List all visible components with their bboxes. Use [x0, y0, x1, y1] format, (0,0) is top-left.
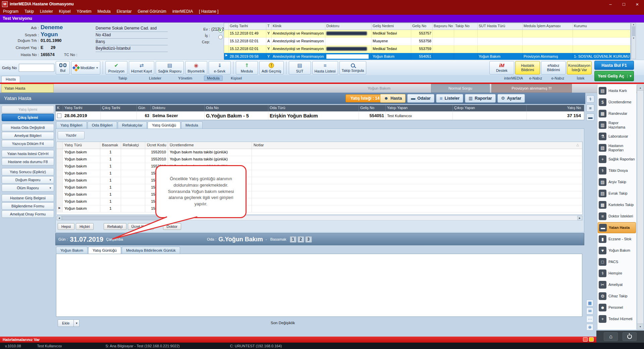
filter-hepsi[interactable]: Hepsi: [58, 223, 74, 230]
journal-col-refakatçi[interactable]: Refakatçi: [121, 142, 145, 149]
journal-row[interactable]: ▶Yoğun bakım11552010Yoğun bakım hasta ta…: [57, 205, 582, 212]
stay-col-yatış-tarihi[interactable]: Yatış Tarihi: [63, 105, 101, 111]
right-panel-item-sağlık-raporları[interactable]: +Sağlık Raporları: [598, 154, 636, 165]
sidebar-item-hastane-oda-durumu-f8[interactable]: Hastane oda durumu F8: [2, 158, 54, 165]
minimize-button[interactable]: –: [604, 0, 617, 8]
biyometrik-button[interactable]: ◉Biyometrik: [185, 61, 207, 74]
chevron-down-icon[interactable]: ▼: [627, 74, 634, 78]
tab-yoğun-bakım[interactable]: Yoğun Bakım: [56, 247, 88, 254]
tab-oda-bilgileri[interactable]: Oda Bilgileri: [88, 121, 117, 129]
sidebar-item-yatış-sonucu-epikriz[interactable]: Yatış Sonucu (Epikriz): [2, 168, 54, 176]
journal-row[interactable]: Yoğun bakım11552010Yoğun bakım hasta tak…: [57, 198, 582, 205]
adli-geçmiş-button[interactable]: !Adli Geçmiş: [259, 61, 284, 74]
stay-col-oda-no[interactable]: Oda No: [205, 105, 268, 111]
maximize-button[interactable]: □: [617, 0, 631, 8]
radio-unselected[interactable]: [218, 35, 223, 39]
ekle-button[interactable]: Ekle ▼: [58, 319, 79, 327]
right-panel-item-personel[interactable]: ☻Personel: [598, 302, 636, 313]
power-button[interactable]: [623, 332, 637, 341]
radio-selected[interactable]: [218, 28, 223, 33]
category-takip[interactable]: Takip: [118, 76, 127, 80]
listeler-view-button[interactable]: ≡Listeler: [436, 94, 463, 103]
journal-row[interactable]: Yoğun bakım11552010Yoğun bakım hasta tak…: [57, 156, 582, 163]
right-panel-item-eczane-stok[interactable]: ▮Eczane - Stok: [598, 234, 636, 245]
tab-yatış-günlüğü[interactable]: Yatış Günlüğü: [88, 247, 121, 254]
stay-col-oda-türü[interactable]: Oda Türü: [268, 105, 359, 111]
menu-listeler[interactable]: Listeler: [37, 9, 56, 14]
basamak-option-1[interactable]: 1: [290, 236, 297, 243]
menu-medula[interactable]: Medula: [94, 9, 113, 14]
tab-yatış-günlüğü[interactable]: Yatış Günlüğü: [148, 121, 180, 129]
e-sevk-button[interactable]: ⇓e-Sevk: [209, 61, 231, 74]
right-panel-item-arşiv-takip[interactable]: ▨Arşiv Takip: [598, 177, 636, 188]
basamak-option-2[interactable]: 2: [298, 236, 304, 243]
journal-row[interactable]: Yoğun bakım11552010Yoğun bakım hasta tak…: [57, 191, 582, 198]
sağlık-raporu-button[interactable]: ▤Sağlık Raporu: [156, 61, 184, 74]
tab-refakatçılar[interactable]: Refakatçılar: [118, 121, 147, 129]
sidebar-item-çıkış-i-şlemi[interactable]: Çıkış İşlemi: [2, 114, 54, 121]
tab-yatan-hasta[interactable]: Yatan Hasta: [1, 84, 54, 93]
journal-col-ücretlendirme[interactable]: Ücretlendirme: [168, 142, 252, 149]
tab-hasta[interactable]: Hasta: [1, 76, 20, 83]
menu-intermedia[interactable]: interMEDIA: [169, 9, 196, 14]
scroll-up-icon[interactable]: ▲: [633, 23, 635, 26]
admissions-row[interactable]: 15.12.2018 01:49YAnesteziyoloji ve Reani…: [224, 30, 630, 38]
category-medula[interactable]: Medula: [204, 76, 223, 81]
right-panel-item-hasta-kartı[interactable]: ▤Hasta Kartı: [598, 85, 636, 96]
right-panel-item-ameliyat[interactable]: ✂Ameliyat: [598, 279, 636, 290]
right-panel-item-cihaz-takip[interactable]: ⚙Cihaz Takip: [598, 291, 636, 302]
admissions-col-geliş-tarihi[interactable]: Geliş Tarihi: [229, 23, 266, 30]
stay-row[interactable]: 28.06.201963Selma SezerG.Yoğun Bakım - 5…: [56, 111, 584, 120]
sidebar-item-hasta-oda-değiştirdi[interactable]: Hasta Oda Değiştirdi: [2, 124, 54, 131]
provizyon-button[interactable]: ✔Provizyon: [105, 61, 127, 74]
right-panel-scrollbar[interactable]: ▲ ▼: [637, 85, 644, 330]
scroll-left-icon[interactable]: ◀: [57, 216, 62, 220]
journal-row[interactable]: Yoğun bakım11552010Yoğun bakım hasta tak…: [57, 163, 582, 170]
close-button[interactable]: ×: [631, 0, 644, 8]
right-panel-item-rapor-hazırlama[interactable]: ▥Rapor Hazırlama: [598, 119, 636, 131]
menu-program[interactable]: Program: [0, 9, 21, 14]
globe-icon[interactable]: ⊕: [586, 324, 593, 331]
apps-grid-icon[interactable]: ▦: [586, 300, 593, 306]
hasta-bul-button[interactable]: Hasta Bul F1: [594, 61, 634, 70]
basamak-option-3[interactable]: 3: [305, 236, 312, 243]
medula-button[interactable]: ⇑Medula: [236, 61, 258, 74]
right-panel-item-pacs[interactable]: □PACS: [598, 256, 636, 267]
menu-yönetim[interactable]: Yönetim: [73, 9, 94, 14]
reminder-red-button[interactable]: [583, 337, 588, 342]
sidebar-item-ameliyat-bilgileri[interactable]: Ameliyat Bilgileri: [2, 132, 54, 139]
admissions-col-sut-hasta-türü[interactable]: SUT Hasta Türü: [478, 23, 523, 30]
tab-yatış-bilgileri[interactable]: Yatış Bilgileri: [56, 121, 87, 129]
journal-entry-area[interactable]: [56, 254, 582, 317]
hasta-listesi-button[interactable]: ≡Hasta Listesi: [312, 61, 338, 74]
orders-list-icon[interactable]: ≡: [586, 104, 594, 112]
journal-row[interactable]: Yoğun bakım11552010Yoğun bakım hasta tak…: [57, 184, 582, 191]
right-panel-item-hastanın-raporları[interactable]: ▧Hastanın Raporları: [598, 142, 636, 153]
stay-col-k[interactable]: K: [56, 105, 63, 111]
bul-button[interactable]: Bul: [56, 61, 70, 74]
admissions-col-medula-i-şlem-aşaması[interactable]: Medula İşlem Aşaması: [523, 23, 573, 30]
admissions-col-takip-no[interactable]: Takip No: [454, 23, 478, 30]
menu-kişisel[interactable]: Kişisel: [56, 9, 74, 14]
hizmet-kayıt-button[interactable]: ⇄Hizmet Kayıt: [129, 61, 154, 74]
menu-hastane[interactable]: [ Hastane ]: [196, 9, 221, 14]
scroll-up-icon[interactable]: ▲: [637, 85, 643, 91]
category-listeler[interactable]: Listeler: [149, 76, 161, 80]
admissions-row[interactable]: 15.12.2018 02:01YAnesteziyoloji ve Reani…: [224, 45, 630, 53]
stay-col-çıkışı-yapan[interactable]: Çıkışı Yapan: [453, 105, 527, 111]
sut-button[interactable]: ▤SUT: [289, 61, 311, 74]
chevron-down-icon[interactable]: ▼: [73, 320, 79, 327]
journal-col-basamak[interactable]: Basamak: [100, 142, 121, 149]
gelis-no-input[interactable]: [19, 64, 54, 72]
right-panel-item-doktor-i-stekleri[interactable]: ≡Doktor İstekleri: [598, 211, 636, 222]
hastalık-bildirimi-button[interactable]: Hastalık Bildirimi: [515, 61, 540, 74]
tab-medulaya-bildirilecek-günlük[interactable]: Medulaya Bildirilecek Günlük: [122, 247, 180, 254]
raporlar-view-button[interactable]: ▥Raporlar: [465, 94, 496, 103]
hasta-view-button[interactable]: ☻Hasta: [380, 94, 406, 103]
right-panel-item-hemşire[interactable]: ⚕Hemşire: [598, 268, 636, 279]
sidebar-item-doğum-raporu[interactable]: Doğum Raporu▼: [2, 176, 54, 184]
admissions-row[interactable]: 15.12.2018 02:01AAnesteziyoloji ve Reani…: [224, 38, 630, 45]
journal-row[interactable]: Yoğun bakım11552010Yoğun bakım hasta tak…: [57, 149, 582, 156]
sidebar-item-ölüm-raporu[interactable]: Ölüm Raporu▼: [2, 184, 54, 192]
menu-genel-görünüm[interactable]: Genel Görünüm: [135, 9, 169, 14]
